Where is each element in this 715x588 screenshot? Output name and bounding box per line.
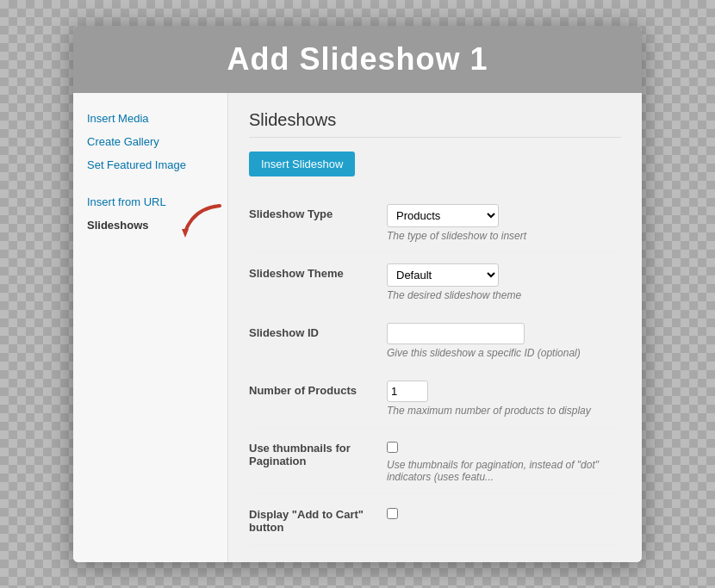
- sidebar-item-set-featured-image[interactable]: Set Featured Image: [73, 153, 227, 176]
- field-slideshow-type: Products Posts Pages Custom The type of …: [387, 204, 621, 242]
- help-thumbnails: Use thumbnails for pagination, instead o…: [387, 459, 621, 483]
- field-add-to-cart: [387, 504, 621, 523]
- form-row-add-to-cart: Display "Add to Cart" button: [249, 494, 621, 545]
- section-title: Slideshows: [249, 110, 621, 138]
- select-slideshow-type[interactable]: Products Posts Pages Custom: [387, 204, 499, 227]
- form-row-slideshow-theme: Slideshow Theme Default Dark Light The d…: [249, 253, 621, 313]
- help-slideshow-id: Give this slideshow a specific ID (optio…: [387, 347, 621, 359]
- label-add-to-cart: Display "Add to Cart" button: [249, 504, 387, 534]
- checkbox-add-to-cart[interactable]: [387, 508, 398, 519]
- sidebar: Insert Media Create Gallery Set Featured…: [73, 93, 228, 562]
- input-slideshow-id[interactable]: [387, 323, 525, 344]
- svg-marker-0: [182, 229, 189, 238]
- form-row-slideshow-id: Slideshow ID Give this slideshow a speci…: [249, 313, 621, 370]
- label-slideshow-id: Slideshow ID: [249, 323, 387, 339]
- dialog-title-bar: Add Slideshow 1: [73, 26, 642, 93]
- help-number-products: The maximum number of products to displa…: [387, 405, 621, 417]
- sidebar-item-slideshows[interactable]: Slideshows: [73, 214, 163, 237]
- label-slideshow-theme: Slideshow Theme: [249, 263, 387, 280]
- field-number-products: The maximum number of products to displa…: [387, 381, 621, 417]
- label-number-products: Number of Products: [249, 381, 387, 397]
- dialog-title: Add Slideshow 1: [94, 41, 621, 77]
- insert-slideshow-button[interactable]: Insert Slideshow: [249, 152, 355, 176]
- checkbox-thumbnails[interactable]: [387, 442, 398, 453]
- select-slideshow-theme[interactable]: Default Dark Light: [387, 263, 499, 287]
- input-number-products[interactable]: [387, 381, 428, 402]
- form-row-number-products: Number of Products The maximum number of…: [249, 370, 621, 428]
- form-table: Slideshow Type Products Posts Pages Cust…: [249, 194, 621, 545]
- sidebar-item-insert-media[interactable]: Insert Media: [73, 107, 227, 130]
- form-row-thumbnails: Use thumbnails for Pagination Use thumbn…: [249, 428, 621, 494]
- dialog-body: Insert Media Create Gallery Set Featured…: [73, 93, 642, 562]
- label-thumbnails: Use thumbnails for Pagination: [249, 438, 387, 467]
- help-slideshow-theme: The desired slideshow theme: [387, 289, 621, 301]
- arrow-indicator: [177, 201, 228, 248]
- form-row-slideshow-type: Slideshow Type Products Posts Pages Cust…: [249, 194, 621, 253]
- label-slideshow-type: Slideshow Type: [249, 204, 387, 220]
- sidebar-item-create-gallery[interactable]: Create Gallery: [73, 130, 227, 153]
- main-content: Slideshows Insert Slideshow Slideshow Ty…: [228, 93, 642, 562]
- field-slideshow-theme: Default Dark Light The desired slideshow…: [387, 263, 621, 301]
- field-thumbnails: Use thumbnails for pagination, instead o…: [387, 438, 621, 483]
- field-slideshow-id: Give this slideshow a specific ID (optio…: [387, 323, 621, 359]
- help-slideshow-type: The type of slideshow to insert: [387, 230, 621, 242]
- dialog-container: Add Slideshow 1 Insert Media Create Gall…: [73, 26, 642, 562]
